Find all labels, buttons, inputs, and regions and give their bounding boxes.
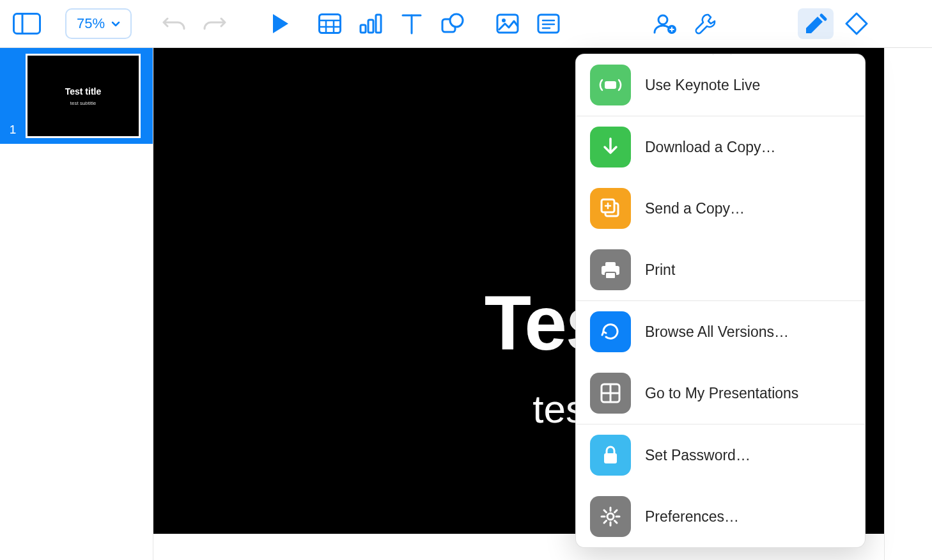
menu-print[interactable]: Print — [576, 239, 865, 300]
slide-preview: Test title test subtitle — [26, 54, 141, 138]
print-icon — [590, 249, 631, 290]
svg-rect-9 — [376, 15, 381, 33]
svg-line-45 — [604, 521, 607, 524]
svg-rect-36 — [604, 453, 617, 463]
thumb-title: Test title — [65, 86, 102, 97]
send-copy-icon — [590, 188, 631, 229]
redo-button[interactable] — [197, 8, 233, 39]
table-button[interactable] — [312, 8, 348, 39]
play-button[interactable] — [262, 8, 298, 39]
menu-label: Browse All Versions… — [645, 323, 789, 341]
format-button[interactable] — [798, 8, 834, 39]
collaborate-button[interactable] — [647, 8, 683, 39]
menu-go-presentations[interactable]: Go to My Presentations — [576, 362, 865, 424]
zoom-value: 75% — [77, 15, 105, 32]
menu-download-copy[interactable]: Download a Copy… — [576, 116, 865, 178]
animate-button[interactable] — [839, 8, 874, 39]
svg-rect-0 — [14, 14, 40, 34]
tools-popover: Use Keynote Live Download a Copy… Send a… — [575, 54, 866, 548]
menu-keynote-live[interactable]: Use Keynote Live — [576, 54, 865, 116]
thumb-subtitle: test subtitle — [70, 100, 96, 106]
menu-label: Send a Copy… — [645, 200, 745, 217]
svg-rect-24 — [605, 81, 616, 89]
svg-rect-8 — [368, 20, 373, 33]
menu-label: Print — [645, 261, 675, 279]
slide-navigator: 1 Test title test subtitle — [0, 48, 153, 560]
svg-rect-2 — [320, 15, 341, 33]
menu-browse-versions[interactable]: Browse All Versions… — [576, 301, 865, 362]
slide-thumbnail[interactable]: 1 Test title test subtitle — [0, 48, 153, 144]
svg-point-37 — [607, 513, 614, 520]
menu-label: Download a Copy… — [645, 139, 776, 156]
svg-rect-7 — [361, 25, 366, 33]
lock-icon — [590, 435, 631, 476]
svg-line-44 — [615, 510, 617, 513]
inspector-sidebar — [884, 48, 932, 560]
shape-button[interactable] — [435, 8, 470, 39]
toolbar: 75% — [0, 0, 932, 48]
gear-icon — [590, 496, 631, 537]
text-button[interactable] — [394, 8, 430, 39]
menu-label: Preferences… — [645, 508, 739, 525]
presentations-icon — [590, 373, 631, 414]
svg-point-15 — [502, 19, 506, 22]
menu-preferences[interactable]: Preferences… — [576, 486, 865, 547]
zoom-select[interactable]: 75% — [65, 8, 132, 39]
svg-line-42 — [604, 510, 607, 513]
download-icon — [590, 127, 631, 167]
chart-button[interactable] — [353, 8, 389, 39]
keynote-live-icon — [590, 65, 631, 105]
menu-label: Set Password… — [645, 447, 750, 464]
svg-rect-32 — [605, 272, 616, 279]
menu-label: Use Keynote Live — [645, 77, 760, 94]
tools-button[interactable] — [688, 8, 724, 39]
svg-point-20 — [658, 15, 667, 24]
svg-rect-31 — [605, 262, 616, 267]
svg-point-13 — [450, 14, 463, 27]
menu-label: Go to My Presentations — [645, 385, 798, 402]
slide-number: 1 — [0, 123, 26, 137]
versions-icon — [590, 311, 631, 352]
menu-send-copy[interactable]: Send a Copy… — [576, 178, 865, 239]
view-button[interactable] — [9, 8, 45, 39]
chevron-down-icon — [111, 19, 120, 28]
comment-button[interactable] — [531, 8, 566, 39]
svg-line-43 — [615, 521, 617, 524]
menu-set-password[interactable]: Set Password… — [576, 424, 865, 486]
undo-button[interactable] — [156, 8, 192, 39]
image-button[interactable] — [490, 8, 525, 39]
